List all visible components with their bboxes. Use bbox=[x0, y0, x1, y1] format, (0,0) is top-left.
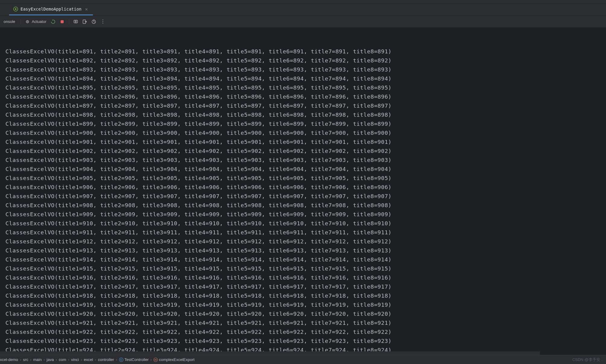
profile-button[interactable] bbox=[91, 19, 96, 24]
actuator-icon bbox=[25, 19, 30, 24]
console-line: ClassesExcelVO(title1=903, title2=903, t… bbox=[5, 156, 606, 165]
breadcrumb-label: com bbox=[59, 357, 66, 362]
top-hidden-bar bbox=[0, 0, 606, 4]
console-line: ClassesExcelVO(title1=902, title2=902, t… bbox=[5, 147, 606, 156]
breadcrumb-item[interactable]: java bbox=[47, 357, 54, 362]
breadcrumb-item[interactable]: main bbox=[33, 357, 42, 362]
breadcrumb-label: java bbox=[47, 357, 54, 362]
scrollbar-horizontal[interactable] bbox=[0, 351, 540, 355]
console-line: ClassesExcelVO(title1=912, title2=912, t… bbox=[5, 237, 606, 246]
console-line: ClassesExcelVO(title1=893, title2=893, t… bbox=[5, 65, 606, 74]
console-line: ClassesExcelVO(title1=921, title2=921, t… bbox=[5, 318, 606, 328]
chevron-right-icon: › bbox=[94, 357, 97, 362]
breadcrumb-label: xcel-demo bbox=[0, 357, 18, 362]
rerun-button[interactable] bbox=[51, 19, 56, 24]
console-line: ClassesExcelVO(title1=896, title2=896, t… bbox=[5, 92, 606, 101]
run-tab[interactable]: EasyExcelDemoApplication × bbox=[9, 4, 93, 15]
chevron-right-icon: › bbox=[19, 357, 22, 362]
console-tab[interactable]: onsole bbox=[2, 19, 16, 24]
console-line: ClassesExcelVO(title1=915, title2=915, t… bbox=[5, 264, 606, 273]
watermark: CSDN @李予安 . bbox=[572, 357, 602, 362]
console-line: ClassesExcelVO(title1=916, title2=916, t… bbox=[5, 273, 606, 282]
breadcrumb-label: excel bbox=[84, 357, 93, 362]
console-line: ClassesExcelVO(title1=919, title2=919, t… bbox=[5, 300, 606, 309]
breadcrumb[interactable]: xcel-demo›src›main›java›com›vinci›excel›… bbox=[0, 357, 195, 362]
spring-boot-icon bbox=[13, 7, 18, 11]
console-output[interactable]: ClassesExcelVO(title1=891, title2=891, t… bbox=[0, 28, 606, 355]
tab-bar: EasyExcelDemoApplication × bbox=[0, 4, 606, 16]
svg-rect-4 bbox=[61, 20, 64, 23]
breadcrumb-item[interactable]: controller bbox=[98, 357, 114, 362]
breadcrumb-label: main bbox=[33, 357, 42, 362]
separator bbox=[21, 19, 21, 25]
chevron-right-icon: › bbox=[55, 357, 57, 362]
breadcrumb-label: controller bbox=[98, 357, 114, 362]
thread-dump-button[interactable] bbox=[73, 19, 78, 24]
chevron-right-icon: › bbox=[43, 357, 45, 362]
separator bbox=[69, 19, 69, 25]
breadcrumb-item[interactable]: mcomplexExcelExport bbox=[154, 357, 195, 362]
console-line: ClassesExcelVO(title1=908, title2=908, t… bbox=[5, 201, 606, 210]
console-line: ClassesExcelVO(title1=898, title2=898, t… bbox=[5, 110, 606, 119]
console-line: ClassesExcelVO(title1=910, title2=910, t… bbox=[5, 219, 606, 228]
chevron-right-icon: › bbox=[30, 357, 32, 362]
console-line: ClassesExcelVO(title1=909, title2=909, t… bbox=[5, 210, 606, 219]
svg-point-3 bbox=[27, 21, 28, 22]
breadcrumb-item[interactable]: vinci bbox=[71, 357, 79, 362]
close-icon[interactable]: × bbox=[84, 6, 89, 12]
actuator-label: Actuator bbox=[32, 19, 46, 24]
console-line: ClassesExcelVO(title1=920, title2=920, t… bbox=[5, 309, 606, 318]
breadcrumb-label: vinci bbox=[71, 357, 79, 362]
run-toolbar: onsole Actuator ⋮ bbox=[0, 16, 606, 28]
class-icon: C bbox=[119, 358, 123, 362]
console-line: ClassesExcelVO(title1=899, title2=899, t… bbox=[5, 119, 606, 128]
breadcrumb-label: TestController bbox=[125, 357, 149, 362]
method-icon: m bbox=[154, 358, 158, 362]
breadcrumb-item[interactable]: excel bbox=[84, 357, 93, 362]
status-bar: xcel-demo›src›main›java›com›vinci›excel›… bbox=[0, 355, 606, 364]
console-line: ClassesExcelVO(title1=901, title2=901, t… bbox=[5, 138, 606, 147]
svg-text:m: m bbox=[154, 358, 157, 361]
chevron-right-icon: › bbox=[80, 357, 83, 362]
breadcrumb-label: src bbox=[23, 357, 28, 362]
console-line: ClassesExcelVO(title1=897, title2=897, t… bbox=[5, 101, 606, 110]
console-line: ClassesExcelVO(title1=905, title2=905, t… bbox=[5, 174, 606, 183]
console-line: ClassesExcelVO(title1=923, title2=923, t… bbox=[5, 337, 606, 346]
console-line: ClassesExcelVO(title1=892, title2=892, t… bbox=[5, 56, 606, 65]
console-line: ClassesExcelVO(title1=907, title2=907, t… bbox=[5, 192, 606, 201]
stop-button[interactable] bbox=[60, 19, 65, 24]
svg-rect-5 bbox=[74, 20, 78, 23]
breadcrumb-item[interactable]: src bbox=[23, 357, 28, 362]
svg-text:C: C bbox=[120, 358, 122, 361]
console-line: ClassesExcelVO(title1=900, title2=900, t… bbox=[5, 128, 606, 138]
console-line: ClassesExcelVO(title1=917, title2=917, t… bbox=[5, 282, 606, 291]
console-line: ClassesExcelVO(title1=904, title2=904, t… bbox=[5, 165, 606, 174]
svg-point-6 bbox=[75, 21, 76, 22]
breadcrumb-label: complexExcelExport bbox=[159, 357, 195, 362]
console-line: ClassesExcelVO(title1=906, title2=906, t… bbox=[5, 183, 606, 192]
exit-button[interactable] bbox=[82, 19, 87, 24]
console-line: ClassesExcelVO(title1=911, title2=911, t… bbox=[5, 228, 606, 237]
tab-label: EasyExcelDemoApplication bbox=[21, 7, 81, 11]
breadcrumb-item[interactable]: xcel-demo bbox=[0, 357, 18, 362]
chevron-right-icon: › bbox=[67, 357, 70, 362]
console-line: ClassesExcelVO(title1=891, title2=891, t… bbox=[5, 47, 606, 56]
svg-point-1 bbox=[15, 8, 17, 10]
breadcrumb-item[interactable]: CTestController bbox=[119, 357, 149, 362]
actuator-tab[interactable]: Actuator bbox=[25, 19, 46, 24]
console-line: ClassesExcelVO(title1=918, title2=918, t… bbox=[5, 291, 606, 300]
console-line: ClassesExcelVO(title1=894, title2=894, t… bbox=[5, 74, 606, 83]
console-line: ClassesExcelVO(title1=895, title2=895, t… bbox=[5, 83, 606, 92]
more-button[interactable]: ⋮ bbox=[100, 19, 105, 24]
console-line: ClassesExcelVO(title1=913, title2=913, t… bbox=[5, 246, 606, 255]
console-line: ClassesExcelVO(title1=914, title2=914, t… bbox=[5, 255, 606, 264]
console-line: ClassesExcelVO(title1=922, title2=922, t… bbox=[5, 328, 606, 337]
breadcrumb-item[interactable]: com bbox=[59, 357, 66, 362]
chevron-right-icon: › bbox=[150, 357, 152, 362]
chevron-right-icon: › bbox=[115, 357, 118, 362]
